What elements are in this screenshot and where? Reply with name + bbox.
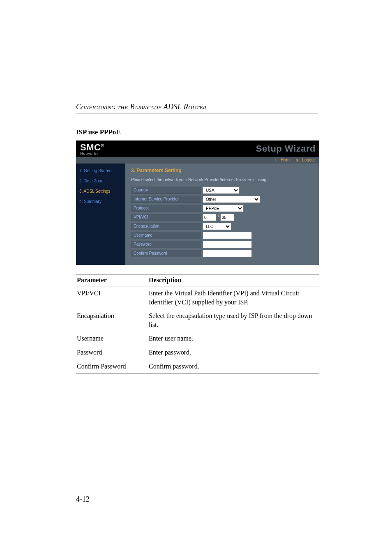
vpivci-separator: /: [218, 214, 219, 221]
desc-cell: Confirm password.: [148, 359, 319, 373]
row-isp: Internet Service Provider Other: [131, 195, 313, 203]
label-password: Password: [131, 241, 201, 248]
logo-text: SMC® Networks: [80, 142, 104, 156]
parameter-table: Parameter Description VPI/VCI Enter the …: [76, 274, 319, 373]
wizard-content: 3. Parameters Setting Please select the …: [125, 164, 319, 265]
row-confirm-password: Confirm Password: [131, 249, 313, 258]
screenshot-body: 1. Getting Started 2. Time Zone 3. ADSL …: [76, 164, 319, 265]
table-row: VPI/VCI Enter the Virtual Path Identifie…: [76, 286, 319, 309]
param-cell: Confirm Password: [76, 359, 148, 373]
table-row: Username Enter user name.: [76, 332, 319, 345]
table-row: Password Enter password.: [76, 345, 319, 359]
param-cell: Encapsulation: [76, 309, 148, 332]
sidebar-item-summary[interactable]: 4. Summary: [79, 199, 122, 204]
param-cell: Username: [76, 332, 148, 345]
label-vpivci: VPI/VCI: [131, 214, 201, 221]
header-parameter: Parameter: [76, 274, 148, 286]
label-confirm-password: Confirm Password: [131, 250, 201, 257]
input-vci[interactable]: [220, 214, 234, 221]
setup-wizard-title: Setup Wizard: [256, 143, 316, 154]
home-icon: ⌂: [274, 158, 277, 162]
sidebar-item-time-zone[interactable]: 2. Time Zone: [79, 179, 122, 183]
param-cell: VPI/VCI: [76, 286, 148, 309]
row-protocol: Protocol PPPoE: [131, 204, 313, 212]
desc-cell: Enter password.: [148, 345, 319, 359]
input-password[interactable]: [203, 241, 252, 248]
sidebar-item-adsl-settings[interactable]: 3. ADSL Settings: [79, 189, 122, 193]
sidebar-item-getting-started[interactable]: 1. Getting Started: [79, 168, 122, 173]
param-cell: Password: [76, 345, 148, 359]
select-isp[interactable]: Other: [203, 196, 260, 203]
label-protocol: Protocol: [131, 205, 201, 212]
home-bar: ⌂ Home ⊗ Logout: [76, 157, 319, 164]
select-encapsulation[interactable]: LLC: [203, 223, 231, 230]
logout-link[interactable]: Logout: [302, 158, 315, 162]
table-row: Confirm Password Confirm password.: [76, 359, 319, 373]
logo-block: SMC® Networks: [80, 142, 104, 156]
desc-cell: Enter user name.: [148, 332, 319, 345]
row-password: Password: [131, 240, 313, 249]
label-country: Country: [131, 187, 201, 194]
brand-right: Setup Wizard: [256, 143, 316, 154]
page-number: 4-12: [76, 495, 90, 504]
label-encapsulation: Encapsulation: [131, 223, 201, 230]
input-confirm-password[interactable]: [203, 250, 252, 257]
running-head: Configuring the Barricade ADSL Router: [76, 103, 318, 113]
select-protocol[interactable]: PPPoE: [203, 205, 244, 212]
step-instruction: Please select the network your Network P…: [131, 177, 313, 182]
step-title: 3. Parameters Setting: [131, 168, 313, 173]
screenshot-header: SMC® Networks Setup Wizard: [76, 140, 319, 157]
label-isp: Internet Service Provider: [131, 196, 201, 203]
row-encapsulation: Encapsulation LLC: [131, 222, 313, 230]
wizard-sidebar: 1. Getting Started 2. Time Zone 3. ADSL …: [76, 164, 125, 265]
desc-cell: Enter the Virtual Path Identifier (VPI) …: [148, 286, 319, 309]
logo-main: SMC: [80, 142, 101, 152]
logout-icon: ⊗: [295, 158, 299, 162]
input-username[interactable]: [203, 232, 252, 239]
row-vpivci: VPI/VCI /: [131, 213, 313, 221]
router-screenshot: SMC® Networks Setup Wizard ⌂ Home ⊗ Logo…: [76, 140, 319, 265]
table-row: Encapsulation Select the encapsulation t…: [76, 309, 319, 332]
section-title: ISP use PPPoE: [76, 128, 318, 136]
row-username: Username: [131, 231, 313, 240]
input-vpi[interactable]: [203, 214, 217, 221]
desc-cell: Select the encapsulation type used by IS…: [148, 309, 319, 332]
row-country: Country USA: [131, 186, 313, 194]
home-link[interactable]: Home: [281, 158, 292, 162]
logo-reg: ®: [101, 143, 104, 147]
header-description: Description: [148, 274, 319, 286]
label-username: Username: [131, 232, 201, 239]
select-country[interactable]: USA: [203, 187, 240, 194]
